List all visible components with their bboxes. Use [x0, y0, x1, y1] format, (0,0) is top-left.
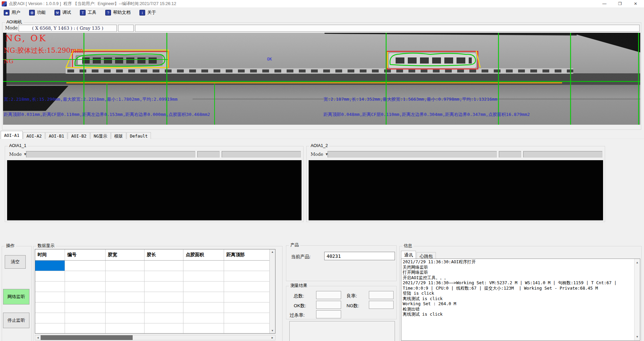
scroll-up-icon[interactable]: ▲: [637, 260, 638, 265]
toolbar-button-user[interactable]: ☻用户: [4, 9, 20, 16]
panel-a-image-view[interactable]: [7, 160, 302, 220]
column-header[interactable]: 点胶面积: [183, 249, 224, 260]
table-cell[interactable]: [145, 282, 183, 292]
table-cell[interactable]: [65, 271, 106, 281]
table-cell[interactable]: [224, 323, 270, 334]
scroll-right-icon[interactable]: ►: [270, 335, 275, 340]
table-cell[interactable]: [106, 261, 145, 271]
network-listen-button[interactable]: 网络监听: [3, 289, 29, 305]
table-row[interactable]: [35, 271, 275, 282]
maximize-button[interactable]: ❐: [612, 0, 628, 7]
table-cell[interactable]: [106, 282, 145, 292]
table-cell[interactable]: [35, 271, 65, 281]
log-vertical-scrollbar[interactable]: ▲ ▼: [634, 259, 640, 340]
table-cell[interactable]: [106, 302, 145, 313]
table-cell[interactable]: [145, 302, 183, 313]
table-cell[interactable]: [145, 261, 183, 271]
table-cell[interactable]: [35, 302, 65, 313]
tab-模版[interactable]: 模版: [111, 132, 126, 139]
toolbar-button-tools[interactable]: T工具: [80, 9, 96, 16]
minimize-button[interactable]: —: [597, 0, 612, 7]
tab-AOI-A1[interactable]: AOI-A1: [1, 131, 23, 139]
table-row[interactable]: [35, 292, 275, 302]
comm-log[interactable]: ▲ ▼ 2021/7/29 11:36:30:AOI程序打开关闭网络监听打开网络…: [401, 259, 640, 341]
table-cell[interactable]: [65, 261, 106, 271]
tab-AOI-A2[interactable]: AOI-A2: [23, 132, 45, 139]
scroll-left-icon[interactable]: ◄: [35, 335, 41, 340]
table-cell[interactable]: [224, 271, 270, 281]
table-cell[interactable]: [183, 271, 224, 281]
table-cell[interactable]: [65, 292, 106, 302]
panel-b-image-view[interactable]: [309, 160, 603, 220]
panel-b-mode-dropdown[interactable]: Mode ▼: [309, 151, 329, 158]
table-cell[interactable]: [106, 323, 145, 334]
table-row[interactable]: [35, 302, 275, 313]
column-header[interactable]: 编号: [65, 249, 106, 260]
panel-b-label: AOIA1_2: [309, 143, 329, 148]
table-cell[interactable]: [183, 282, 224, 292]
table-cell[interactable]: [183, 292, 224, 302]
table-cell[interactable]: [183, 323, 224, 334]
table-row[interactable]: [35, 313, 275, 323]
camera-image[interactable]: NG, OK NG:胶体过长:15.290mm, NG OK 宽:2.218mm…: [3, 33, 640, 125]
column-header[interactable]: 时间: [35, 249, 65, 260]
tab-Default[interactable]: Default: [127, 132, 151, 139]
toolbar-button-help[interactable]: ?帮助文档: [105, 9, 131, 16]
clear-button[interactable]: 清空: [5, 255, 26, 269]
table-cell[interactable]: [183, 313, 224, 323]
tab-AOI-B1[interactable]: AOI-B1: [45, 132, 67, 139]
table-horizontal-scrollbar[interactable]: ◄ ►: [35, 335, 275, 340]
toolbar-button-function[interactable]: ⚙功能: [29, 9, 46, 16]
table-cell[interactable]: [65, 282, 106, 292]
stop-listen-button[interactable]: 停止监听: [3, 313, 29, 328]
table-cell[interactable]: [35, 313, 65, 323]
table-cell[interactable]: [183, 261, 224, 271]
table-cell[interactable]: [145, 323, 183, 334]
table-cell[interactable]: [183, 302, 224, 313]
toolbar: ☻用户⚙功能⚒调试T工具?帮助文档i关于: [0, 7, 644, 18]
table-cell[interactable]: [65, 313, 106, 323]
table-cell[interactable]: [145, 292, 183, 302]
log-line: 检测出错: [403, 307, 633, 312]
table-cell[interactable]: [65, 323, 106, 334]
table-cell[interactable]: [35, 323, 65, 334]
measurement-group: 测量结果 总数: 良率: OK数: NG数: 过杀率:: [286, 286, 397, 319]
table-cell[interactable]: [35, 282, 65, 292]
table-cell[interactable]: [145, 313, 183, 323]
toolbar-button-debug[interactable]: ⚒调试: [54, 9, 71, 16]
table-cell[interactable]: [224, 282, 270, 292]
table-cell[interactable]: [224, 302, 270, 313]
table-cell[interactable]: [106, 292, 145, 302]
column-header[interactable]: 胶宽: [106, 249, 145, 260]
scroll-down-icon[interactable]: ▼: [271, 329, 274, 332]
current-product-input[interactable]: [324, 252, 395, 260]
scroll-down-icon[interactable]: ▼: [637, 334, 638, 340]
scrollbar-track[interactable]: [133, 335, 270, 340]
title-bar: 点胶AOI [ Version : 1.0.0.9 ] 程序 【当前用户: En…: [0, 0, 644, 7]
column-header[interactable]: 距离顶部: [224, 249, 270, 260]
table-cell[interactable]: [224, 261, 270, 271]
table-cell[interactable]: [106, 313, 145, 323]
table-cell[interactable]: [35, 261, 65, 271]
scroll-up-icon[interactable]: ▲: [271, 250, 274, 253]
table-cell[interactable]: [65, 302, 106, 313]
table-row[interactable]: [35, 282, 275, 292]
toolbar-button-label: 调试: [62, 9, 71, 16]
table-row[interactable]: [35, 323, 275, 334]
panel-b-field-1: [328, 151, 497, 157]
panel-a-mode-dropdown[interactable]: Mode ▼: [8, 151, 27, 158]
table-cell[interactable]: [224, 313, 270, 323]
total-label: 总数:: [294, 293, 304, 299]
table-cell[interactable]: [224, 292, 270, 302]
scrollbar-thumb[interactable]: [41, 335, 133, 340]
table-vertical-scrollbar[interactable]: ▲ ▼: [269, 249, 275, 333]
tab-AOI-B2[interactable]: AOI-B2: [68, 132, 90, 139]
column-header[interactable]: 胶长: [145, 249, 183, 260]
table-row[interactable]: [35, 261, 275, 271]
table-cell[interactable]: [35, 292, 65, 302]
toolbar-button-about[interactable]: i关于: [139, 9, 156, 16]
close-button[interactable]: ✕: [628, 0, 643, 7]
table-cell[interactable]: [145, 271, 183, 281]
table-cell[interactable]: [106, 271, 145, 281]
tab-NG显示[interactable]: NG显示: [90, 132, 111, 139]
